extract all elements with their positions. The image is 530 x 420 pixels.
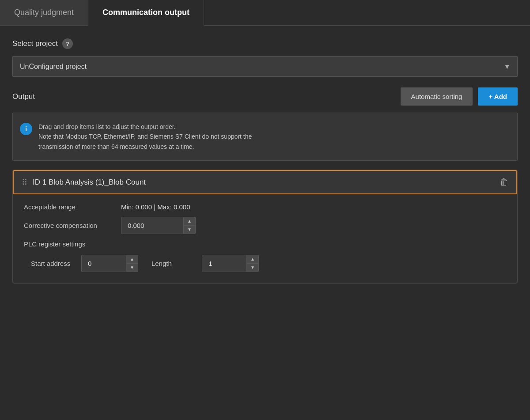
length-spin-up[interactable]: ▲ bbox=[247, 255, 258, 264]
corrective-compensation-label: Corrective compensation bbox=[24, 222, 121, 229]
output-actions: Automatic sorting + Add bbox=[401, 87, 518, 106]
help-icon[interactable]: ? bbox=[62, 38, 73, 49]
length-group: Length ▲ ▼ bbox=[151, 255, 259, 272]
start-address-input[interactable] bbox=[82, 255, 126, 272]
corrective-compensation-input[interactable] bbox=[121, 217, 183, 234]
length-label: Length bbox=[151, 260, 196, 267]
info-text: Drag and drop items list to adjust the o… bbox=[38, 122, 252, 151]
corrective-spin-up[interactable]: ▲ bbox=[184, 217, 195, 226]
auto-sort-button[interactable]: Automatic sorting bbox=[401, 87, 473, 106]
acceptable-range-value: Min: 0.000 | Max: 0.000 bbox=[121, 203, 190, 211]
info-box: i Drag and drop items list to adjust the… bbox=[12, 113, 518, 161]
corrective-compensation-row: Corrective compensation ▲ ▼ bbox=[24, 217, 506, 234]
select-project-label: Select project bbox=[12, 39, 58, 48]
main-content: Select project ? UnConfigured project ▼ … bbox=[0, 26, 530, 296]
corrective-spin-buttons: ▲ ▼ bbox=[183, 217, 195, 234]
corrective-spin-down[interactable]: ▼ bbox=[184, 226, 195, 234]
tab-communication-output[interactable]: Communication output bbox=[88, 0, 204, 26]
acceptable-range-row: Acceptable range Min: 0.000 | Max: 0.000 bbox=[24, 203, 506, 211]
start-address-spin-up[interactable]: ▲ bbox=[126, 255, 138, 264]
length-input[interactable] bbox=[202, 255, 246, 272]
delete-icon[interactable]: 🗑 bbox=[500, 177, 508, 187]
output-row: Output Automatic sorting + Add bbox=[12, 87, 518, 106]
item-label: ID 1 Blob Analysis (1)_Blob Count bbox=[33, 178, 146, 187]
start-address-input-wrapper: ▲ ▼ bbox=[81, 255, 138, 272]
length-spin-buttons: ▲ ▼ bbox=[246, 255, 258, 272]
project-dropdown-wrapper: UnConfigured project ▼ bbox=[12, 56, 518, 77]
address-row: Start address ▲ ▼ Length ▲ bbox=[24, 255, 506, 272]
add-button[interactable]: + Add bbox=[478, 87, 518, 106]
length-input-wrapper: ▲ ▼ bbox=[202, 255, 259, 272]
project-dropdown[interactable]: UnConfigured project bbox=[12, 56, 518, 77]
plc-register-label: PLC register settings bbox=[24, 240, 506, 248]
select-project-row: Select project ? bbox=[12, 38, 518, 49]
start-address-label: Start address bbox=[31, 260, 75, 267]
item-outer-card: ⠿ ID 1 Blob Analysis (1)_Blob Count 🗑 Ac… bbox=[12, 170, 518, 284]
length-spin-down[interactable]: ▼ bbox=[247, 264, 258, 272]
info-icon: i bbox=[20, 123, 32, 135]
tab-bar: Quality judgment Communication output bbox=[0, 0, 530, 26]
item-header: ⠿ ID 1 Blob Analysis (1)_Blob Count 🗑 bbox=[14, 171, 516, 193]
corrective-compensation-input-wrapper: ▲ ▼ bbox=[121, 217, 196, 234]
acceptable-range-label: Acceptable range bbox=[24, 203, 121, 211]
start-address-spin-buttons: ▲ ▼ bbox=[126, 255, 138, 272]
details-panel: Acceptable range Min: 0.000 | Max: 0.000… bbox=[13, 194, 517, 283]
item-drag-label: ⠿ ID 1 Blob Analysis (1)_Blob Count bbox=[22, 178, 146, 187]
item-card: ⠿ ID 1 Blob Analysis (1)_Blob Count 🗑 bbox=[13, 170, 517, 194]
drag-handle-icon[interactable]: ⠿ bbox=[22, 178, 27, 187]
output-label: Output bbox=[12, 92, 35, 101]
tab-quality-judgment[interactable]: Quality judgment bbox=[0, 0, 88, 25]
start-address-group: Start address ▲ ▼ bbox=[31, 255, 138, 272]
start-address-spin-down[interactable]: ▼ bbox=[126, 264, 138, 272]
